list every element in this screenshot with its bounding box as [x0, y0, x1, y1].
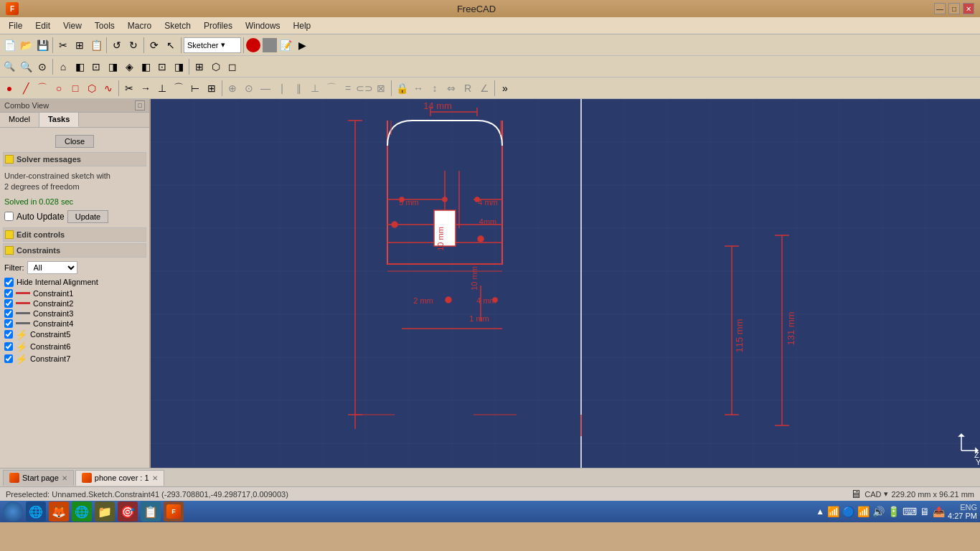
constrain-vertical[interactable]: |	[274, 80, 290, 96]
list-item[interactable]: ⚡ Constraint5	[3, 329, 146, 341]
start-button[interactable]	[3, 501, 23, 522]
more-constraints[interactable]: »	[497, 80, 513, 96]
list-item[interactable]: ⚡ Constraint7	[3, 353, 146, 365]
constraints-section[interactable]: Constraints	[3, 243, 146, 258]
sketcher-trim[interactable]: ✂	[121, 80, 137, 96]
left-view-button[interactable]: ◨	[171, 59, 187, 75]
canvas-area[interactable]: 14 mm 115 mm 131 mm 5 mm 4 mm 10 mm 2 mm…	[151, 99, 980, 468]
macro-run-button[interactable]: ▶	[294, 37, 310, 53]
edit-controls-section[interactable]: Edit controls	[3, 227, 146, 242]
undo-button[interactable]: ↺	[109, 37, 125, 53]
menu-view[interactable]: View	[57, 19, 88, 32]
menu-edit[interactable]: Edit	[29, 19, 56, 32]
draw-style-button[interactable]: ⊙	[34, 59, 50, 75]
stop-button[interactable]	[263, 38, 277, 52]
constrain-coincident[interactable]: ⊕	[225, 80, 240, 96]
right-view-button[interactable]: ◨	[105, 59, 121, 75]
tray-arrow-icon[interactable]: ▲	[816, 507, 824, 517]
constrain-vertical-dist[interactable]: ↕	[427, 80, 443, 96]
refresh-button[interactable]: ⟳	[146, 37, 162, 53]
sketcher-mirror[interactable]: ⊢	[187, 80, 203, 96]
constraint1-checkbox[interactable]	[4, 289, 13, 298]
open-button[interactable]: 📂	[18, 37, 34, 53]
sketcher-fillet[interactable]: ⌒	[171, 80, 187, 96]
taskbar-freecad-button[interactable]: F	[164, 501, 184, 522]
bottom-view-button[interactable]: ⊡	[154, 59, 170, 75]
menu-help[interactable]: Help	[288, 19, 317, 32]
menu-sketch[interactable]: Sketch	[159, 19, 197, 32]
zoom-fit-button[interactable]: 🔍	[1, 59, 17, 75]
update-button[interactable]: Update	[67, 210, 108, 223]
close-button[interactable]: ✕	[963, 3, 974, 14]
list-item[interactable]: Constraint2	[3, 298, 146, 309]
constrain-horizontal[interactable]: —	[258, 80, 273, 96]
constraint3-checkbox[interactable]	[4, 309, 13, 318]
filter-dropdown[interactable]: All	[27, 261, 77, 274]
sketcher-extend[interactable]: →	[138, 80, 154, 96]
minimize-button[interactable]: —	[934, 3, 946, 14]
constrain-equal[interactable]: =	[340, 80, 356, 96]
sketcher-create-line[interactable]: ╱	[18, 80, 34, 96]
solver-messages-section[interactable]: Solver messages	[3, 152, 146, 166]
constrain-point-on-object[interactable]: ⊙	[241, 80, 257, 96]
hide-internal-checkbox[interactable]	[4, 278, 14, 287]
phone-cover-tab[interactable]: phone cover : 1 ✕	[75, 470, 164, 486]
rear-view-button[interactable]: ◧	[138, 59, 154, 75]
record-button[interactable]	[246, 38, 260, 52]
toggle-overlay[interactable]: ◻	[225, 59, 240, 75]
constraint7-checkbox[interactable]	[4, 354, 13, 363]
constrain-parallel[interactable]: ∥	[291, 80, 306, 96]
constrain-horizontal-dist[interactable]: ↔	[410, 80, 426, 96]
constrain-perpendicular[interactable]: ⊥	[307, 80, 323, 96]
sketcher-array[interactable]: ⊞	[204, 80, 220, 96]
save-button[interactable]: 💾	[34, 37, 50, 53]
constraint2-checkbox[interactable]	[4, 299, 13, 308]
menu-windows[interactable]: Windows	[240, 19, 286, 32]
auto-update-checkbox[interactable]	[4, 212, 14, 221]
constrain-lock[interactable]: 🔒	[394, 80, 410, 96]
list-item[interactable]: ⚡ Constraint6	[3, 341, 146, 353]
constraint4-checkbox[interactable]	[4, 319, 13, 328]
taskbar-chrome-button[interactable]: 🌐	[72, 501, 92, 522]
sketcher-create-circle[interactable]: ○	[51, 80, 67, 96]
menu-profiles[interactable]: Profiles	[198, 19, 238, 32]
close-sketch-button[interactable]: Close	[55, 135, 94, 148]
sketcher-create-rect[interactable]: □	[67, 80, 83, 96]
list-item[interactable]: Constraint1	[3, 288, 146, 298]
constrain-symmetric[interactable]: ⊂⊃	[357, 80, 372, 96]
constrain-radius[interactable]: R	[460, 80, 476, 96]
constrain-block[interactable]: ⊠	[373, 80, 389, 96]
maximize-button[interactable]: □	[948, 3, 960, 14]
pointer-button[interactable]: ↖	[163, 37, 179, 53]
box-zoom-button[interactable]: ⊞	[192, 59, 207, 75]
taskbar-browser-button[interactable]: 🌐	[26, 501, 46, 522]
start-page-tab[interactable]: Start page ✕	[3, 470, 74, 486]
sketcher-split[interactable]: ⊥	[154, 80, 170, 96]
taskbar-app6-button[interactable]: 📋	[141, 501, 161, 522]
taskbar-app5-button[interactable]: 🎯	[118, 501, 138, 522]
new-button[interactable]: 📄	[1, 37, 17, 53]
home-view-button[interactable]: ⌂	[55, 59, 71, 75]
sketcher-create-arc[interactable]: ⌒	[34, 80, 50, 96]
panel-maximize-button[interactable]: □	[135, 100, 145, 110]
taskbar-firefox-button[interactable]: 🦊	[49, 501, 69, 522]
zoom-in-button[interactable]: 🔍	[18, 59, 34, 75]
menu-file[interactable]: File	[3, 19, 28, 32]
sketcher-create-point[interactable]: ●	[1, 80, 17, 96]
menu-macro[interactable]: Macro	[122, 19, 157, 32]
axo-view-button[interactable]: ◈	[121, 59, 137, 75]
constrain-tangent[interactable]: ⌒	[324, 80, 339, 96]
paste-button[interactable]: 📋	[88, 37, 104, 53]
phone-cover-tab-close[interactable]: ✕	[152, 474, 158, 482]
front-view-button[interactable]: ◧	[72, 59, 88, 75]
constraint6-checkbox[interactable]	[4, 342, 13, 351]
workbench-dropdown[interactable]: Sketcher ▾	[184, 37, 241, 53]
menu-tools[interactable]: Tools	[89, 19, 121, 32]
tab-tasks[interactable]: Tasks	[39, 113, 79, 127]
part-icon[interactable]: ⬡	[208, 59, 224, 75]
top-view-button[interactable]: ⊡	[88, 59, 104, 75]
cut-button[interactable]: ✂	[55, 37, 71, 53]
copy-button[interactable]: ⊞	[72, 37, 88, 53]
list-item[interactable]: Constraint4	[3, 319, 146, 329]
constrain-angle[interactable]: ∠	[476, 80, 492, 96]
